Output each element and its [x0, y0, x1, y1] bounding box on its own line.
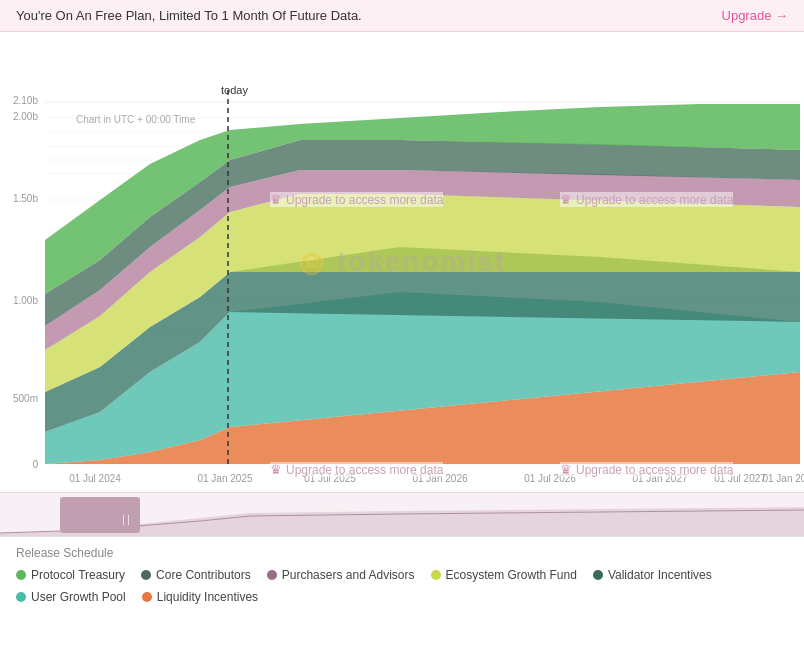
- upgrade-link[interactable]: Upgrade →: [722, 8, 788, 23]
- liquidity-incentives-dot: [142, 592, 152, 602]
- x-label-jan2025: 01 Jan 2025: [197, 473, 252, 484]
- legend-label-6: Liquidity Incentives: [157, 590, 258, 604]
- legend-label-5: User Growth Pool: [31, 590, 126, 604]
- y-label-500m: 500m: [13, 393, 38, 404]
- legend-item-4: Validator Incentives: [593, 568, 712, 582]
- legend-label-4: Validator Incentives: [608, 568, 712, 582]
- banner-message: You're On An Free Plan, Limited To 1 Mon…: [16, 8, 362, 23]
- main-chart: 2.10b 2.00b 1.50b 1.00b 500m 0: [0, 32, 804, 492]
- legend-item-3: Ecosystem Growth Fund: [431, 568, 577, 582]
- utc-label: Chart in UTC + 00:00 Time: [76, 114, 195, 125]
- legend-item-1: Core Contributors: [141, 568, 251, 582]
- y-label-200b: 2.00b: [13, 111, 38, 122]
- legend-item-0: Protocol Treasury: [16, 568, 125, 582]
- x-label-jan2026: 01 Jan 2026: [412, 473, 467, 484]
- legend-item-2: Purchasers and Advisors: [267, 568, 415, 582]
- user-growth-dot: [16, 592, 26, 602]
- legend-item-6: Liquidity Incentives: [142, 590, 258, 604]
- legend-label-3: Ecosystem Growth Fund: [446, 568, 577, 582]
- y-label-150b: 1.50b: [13, 193, 38, 204]
- protocol-treasury-dot: [16, 570, 26, 580]
- legend-section: Release Schedule Protocol Treasury Core …: [0, 536, 804, 614]
- legend-title: Release Schedule: [16, 546, 788, 560]
- y-label-210b: 2.10b: [13, 95, 38, 106]
- x-label-jul2025: 01 Jul 2025: [304, 473, 356, 484]
- chart-svg: 2.10b 2.00b 1.50b 1.00b 500m 0: [0, 32, 804, 492]
- y-label-0: 0: [32, 459, 38, 470]
- x-label-jul2026: 01 Jul 2026: [524, 473, 576, 484]
- legend-item-5: User Growth Pool: [16, 590, 126, 604]
- free-plan-banner: You're On An Free Plan, Limited To 1 Mon…: [0, 0, 804, 32]
- legend-label-2: Purchasers and Advisors: [282, 568, 415, 582]
- core-contributors-dot: [141, 570, 151, 580]
- today-label: today: [221, 84, 248, 96]
- legend-items: Protocol Treasury Core Contributors Purc…: [16, 568, 788, 604]
- legend-label-1: Core Contributors: [156, 568, 251, 582]
- validator-incentives-dot: [593, 570, 603, 580]
- x-label-jan2028: 01 Jan 2028: [762, 473, 804, 484]
- x-label-jul2024: 01 Jul 2024: [69, 473, 121, 484]
- scrollbar-grip: [123, 515, 129, 525]
- ecosystem-growth-dot: [431, 570, 441, 580]
- chart-scrollbar[interactable]: [0, 492, 804, 536]
- y-label-100b: 1.00b: [13, 295, 38, 306]
- x-label-jan2027: 01 Jan 2027: [632, 473, 687, 484]
- purchasers-advisors-dot: [267, 570, 277, 580]
- scrollbar-thumb[interactable]: [60, 497, 140, 533]
- legend-label-0: Protocol Treasury: [31, 568, 125, 582]
- x-label-jul2027: 01 Jul 2027: [714, 473, 766, 484]
